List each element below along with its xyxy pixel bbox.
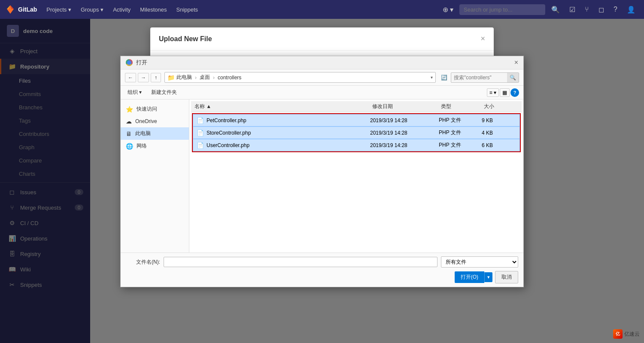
todo-icon[interactable]: ☑ — [566, 4, 579, 15]
fp-title-text: 打开 — [136, 59, 147, 66]
fp-file-size-2: 6 KB — [482, 142, 516, 148]
watermark: 亿 亿速云 — [613, 329, 640, 339]
fp-up-button[interactable]: ↑ — [151, 73, 161, 82]
fp-new-folder-button[interactable]: 新建文件夹 — [149, 87, 179, 97]
fp-sidebar-onedrive[interactable]: ☁ OneDrive — [121, 115, 189, 127]
fp-col-size: 大小 — [484, 103, 518, 110]
fp-forward-button[interactable]: → — [138, 73, 149, 82]
fp-selected-files-group: 📄 PetController.php 2019/3/19 14:28 PHP … — [192, 113, 521, 152]
fp-filetype-select[interactable]: 所有文件 — [441, 256, 518, 268]
fp-actionbar: 组织 ▾ 新建文件夹 ≡ ▾ ▦ ? — [121, 86, 523, 99]
fp-filename-row: 文件名(N): 所有文件 — [126, 256, 518, 268]
fp-filename-label: 文件名(N): — [126, 259, 160, 266]
fp-file-row-2[interactable]: 📄 UserController.php 2019/3/19 14:28 PHP… — [193, 139, 520, 151]
fp-toolbar: ← → ↑ 📁 此电脑 › 桌面 › controllers ▾ 🔄 🔍 — [121, 69, 523, 86]
fp-new-folder-label: 新建文件夹 — [151, 89, 177, 96]
fp-open-dropdown-button[interactable]: ▾ — [484, 272, 492, 282]
nav-projects[interactable]: Projects ▾ — [43, 5, 75, 15]
fp-cancel-button[interactable]: 取消 — [495, 271, 518, 283]
watermark-text: 亿速云 — [624, 331, 640, 338]
fp-btn-row: 打开(O) ▾ 取消 — [126, 271, 518, 283]
topnav: GitLab Projects ▾ Groups ▾ Activity Mile… — [0, 0, 644, 19]
watermark-icon: 亿 — [613, 329, 623, 339]
upload-modal-title: Upload New File — [159, 35, 212, 43]
fp-sidebar-this-pc[interactable]: 🖥 此电脑 — [121, 127, 189, 140]
nav-groups[interactable]: Groups ▾ — [77, 5, 107, 15]
fp-organize-button[interactable]: 组织 ▾ — [125, 87, 144, 97]
global-search-input[interactable] — [459, 4, 545, 15]
upload-modal-close-button[interactable]: × — [480, 34, 485, 43]
fp-col-name: 名称 ▲ — [194, 103, 372, 110]
search-icon[interactable]: 🔍 — [548, 4, 563, 15]
fp-path-sep-1: › — [195, 75, 197, 81]
fp-network-icon: 🌐 — [126, 143, 133, 150]
fp-path-part-0: 此电脑 — [176, 74, 192, 81]
watermark-icon-text: 亿 — [616, 331, 620, 337]
fp-file-size-1: 4 KB — [482, 130, 516, 136]
fp-onedrive-icon: ☁ — [126, 118, 132, 125]
fp-path-sep-2: › — [213, 75, 215, 81]
fp-titlebar: 打开 × — [121, 56, 523, 69]
nav-snippets[interactable]: Snippets — [173, 5, 201, 15]
fp-file-icon-1: 📄 — [197, 129, 204, 136]
fp-organize-label: 组织 ▾ — [128, 89, 142, 96]
svg-marker-3 — [7, 9, 14, 14]
fp-file-row-0[interactable]: 📄 PetController.php 2019/3/19 14:28 PHP … — [193, 114, 520, 126]
nav-milestones[interactable]: Milestones — [137, 5, 170, 15]
fp-file-name-cell-1: 📄 StoreController.php — [197, 129, 370, 136]
fp-file-date-1: 2019/3/19 14:28 — [370, 130, 439, 136]
fp-file-type-2: PHP 文件 — [439, 141, 482, 149]
fp-path-part-2: controllers — [218, 75, 241, 81]
fp-footer: 文件名(N): 所有文件 打开(O) ▾ 取消 — [121, 253, 523, 287]
issues-icon[interactable]: ◻ — [595, 4, 608, 15]
fp-file-name-0: PetController.php — [207, 117, 246, 123]
fp-file-date-0: 2019/3/19 14:28 — [370, 117, 439, 123]
fp-sidebar: ⭐ 快速访问 ☁ OneDrive 🖥 此电脑 🌐 网络 — [121, 99, 189, 253]
fp-titlebar-left: 打开 — [126, 59, 147, 66]
fp-view-details-button[interactable]: ▦ — [500, 88, 510, 97]
fp-help-button[interactable]: ? — [510, 88, 519, 97]
fp-file-area: 名称 ▲ 修改日期 类型 大小 📄 PetController.php 2019… — [189, 99, 523, 253]
fp-view-buttons: ≡ ▾ ▦ ? — [487, 88, 519, 97]
fp-network-label: 网络 — [137, 142, 147, 150]
fp-file-name-cell-0: 📄 PetController.php — [197, 117, 370, 124]
gitlab-logo-icon — [5, 4, 15, 15]
nav-activity[interactable]: Activity — [109, 5, 134, 15]
fp-col-type: 类型 — [441, 103, 484, 110]
fp-path-bar: 📁 此电脑 › 桌面 › controllers ▾ — [164, 72, 436, 83]
fp-file-type-1: PHP 文件 — [439, 129, 482, 136]
fp-open-btn-group: 打开(O) ▾ — [455, 271, 492, 283]
fp-search-button[interactable]: 🔍 — [507, 73, 519, 82]
fp-col-date: 修改日期 — [372, 103, 441, 110]
fp-file-row-1[interactable]: 📄 StoreController.php 2019/3/19 14:28 PH… — [193, 126, 520, 139]
fp-file-list-header: 名称 ▲ 修改日期 类型 大小 — [191, 101, 522, 112]
gitlab-logo[interactable]: GitLab — [5, 4, 37, 15]
chrome-browser-icon — [126, 59, 133, 66]
fp-refresh-button[interactable]: 🔄 — [439, 74, 449, 81]
fp-file-name-2: UserController.php — [207, 142, 249, 148]
fp-sidebar-quick-access[interactable]: ⭐ 快速访问 — [121, 103, 189, 115]
fp-view-list-button[interactable]: ≡ ▾ — [487, 88, 499, 97]
upload-modal-header: Upload New File × — [150, 27, 494, 51]
fp-folder-icon: 📁 — [167, 74, 175, 81]
help-icon[interactable]: ? — [610, 4, 621, 15]
fp-search-input[interactable] — [451, 73, 507, 82]
fp-onedrive-label: OneDrive — [135, 118, 157, 124]
fp-file-type-0: PHP 文件 — [439, 117, 482, 124]
fp-quick-access-label: 快速访问 — [137, 105, 157, 113]
merge-request-icon[interactable]: ⑂ — [581, 4, 592, 15]
fp-file-name-cell-2: 📄 UserController.php — [197, 142, 370, 149]
fp-quick-access-icon: ⭐ — [126, 106, 133, 113]
fp-back-button[interactable]: ← — [125, 73, 136, 82]
fp-file-size-0: 9 KB — [482, 117, 516, 123]
fp-sidebar-network[interactable]: 🌐 网络 — [121, 140, 189, 152]
fp-filename-input[interactable] — [164, 257, 437, 267]
file-picker-dialog: 打开 × ← → ↑ 📁 此电脑 › 桌面 › controllers ▾ 🔄 … — [120, 56, 524, 287]
fp-path-dropdown-btn[interactable]: ▾ — [431, 75, 433, 80]
fp-search-box: 🔍 — [451, 72, 519, 83]
fp-open-button[interactable]: 打开(O) — [455, 271, 484, 283]
fp-this-pc-icon: 🖥 — [126, 130, 132, 137]
fp-close-button[interactable]: × — [514, 59, 518, 66]
new-item-button[interactable]: ⊕ ▾ — [439, 4, 457, 15]
user-avatar[interactable]: 👤 — [623, 4, 639, 15]
